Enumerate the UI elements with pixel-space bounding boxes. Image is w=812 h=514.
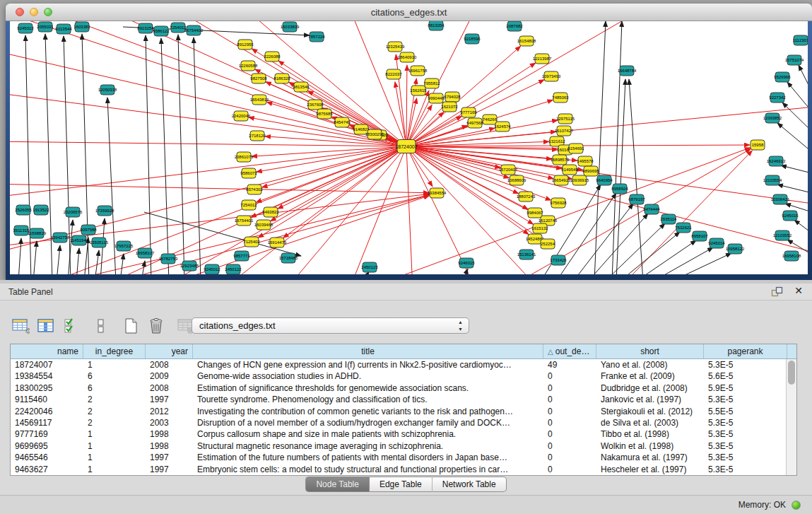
network-node[interactable]: 2450123 (361, 262, 378, 272)
network-node[interactable]: 2935114 (661, 214, 678, 224)
network-edge-black[interactable] (178, 35, 184, 274)
network-node[interactable]: 7254012 (240, 200, 257, 210)
table-row[interactable]: 1938455462009Genome-wide association stu… (11, 370, 796, 382)
network-node[interactable]: 15720407 (499, 165, 518, 175)
create-column-icon[interactable] (120, 315, 141, 337)
network-node[interactable]: 12213987 (533, 54, 552, 64)
network-node[interactable]: 13505115 (90, 238, 109, 247)
network-node[interactable]: 12393852 (763, 113, 782, 123)
network-node[interactable]: 18724007 (395, 140, 417, 153)
network-node[interactable]: 17359928 (95, 206, 114, 216)
network-node[interactable]: 2055031 (37, 22, 54, 32)
network-node[interactable]: 7125402 (243, 237, 260, 247)
network-edge-black[interactable] (612, 21, 622, 274)
table-row[interactable]: 946362711997Embryonic stem cells: a mode… (11, 464, 796, 475)
network-edge-black[interactable] (636, 240, 696, 274)
network-node[interactable]: 18300295 (365, 129, 384, 139)
network-node[interactable]: 9899695 (582, 166, 599, 176)
column-header-out_de[interactable]: △out_de… (543, 344, 596, 358)
network-node[interactable]: 1621072 (441, 102, 458, 112)
network-node[interactable]: 7632621 (675, 223, 692, 233)
network-node[interactable]: 8574302 (246, 185, 263, 194)
network-node[interactable]: 7955812 (423, 78, 440, 88)
network-node[interactable]: 20206576 (64, 207, 83, 217)
network-node[interactable]: 15958 (751, 140, 765, 150)
network-node[interactable]: 16154808 (517, 36, 536, 46)
node-table[interactable]: namein_degreeyeartitle△out_de…shortpager… (10, 344, 797, 476)
table-row[interactable]: 1456911722003Disruption of a novel membe… (11, 417, 796, 428)
network-node[interactable]: 9493822 (262, 207, 279, 217)
network-node[interactable]: 12260588 (239, 61, 258, 71)
network-node[interactable]: 8913254 (137, 23, 154, 33)
network-node[interactable]: 20861073 (235, 152, 254, 162)
column-header-in_degree[interactable]: in_degree (83, 344, 146, 358)
network-node[interactable]: 7485063 (552, 93, 569, 103)
network-edge-black[interactable] (781, 165, 808, 173)
network-node[interactable]: 16107427 (555, 126, 574, 136)
network-edge-red[interactable] (406, 98, 417, 146)
network-edge-red[interactable] (396, 54, 406, 146)
network-edge-red[interactable] (10, 49, 406, 146)
table-row[interactable]: 946554611997Estimation of the future num… (11, 452, 796, 463)
network-edge-red[interactable] (618, 151, 752, 274)
network-edge-black[interactable] (629, 79, 643, 274)
network-node[interactable]: 9640954 (596, 175, 613, 185)
network-node[interactable]: 16246913 (767, 156, 786, 166)
network-node[interactable]: 9777169 (460, 107, 477, 117)
network-node[interactable]: 8813054 (428, 21, 445, 30)
network-node[interactable]: 9857771 (233, 251, 250, 261)
network-edge-black[interactable] (653, 247, 713, 274)
network-node[interactable]: 2718120 (249, 131, 266, 141)
network-node[interactable]: 9529966 (774, 72, 791, 82)
table-row[interactable]: 911546021997Tourette syndrome. Phenomeno… (11, 394, 796, 405)
tab-edge-table[interactable]: Edge Table (369, 477, 432, 492)
column-header-name[interactable]: name (11, 344, 83, 358)
network-node[interactable]: 9218596 (464, 34, 481, 44)
network-canvas[interactable]: 8912955222608812260588982750881863289813… (10, 21, 808, 274)
column-header-pagerank[interactable]: pagerank (704, 344, 787, 358)
network-node[interactable]: 9097588 (80, 225, 97, 235)
network-node[interactable]: 16648784 (618, 66, 637, 76)
network-node[interactable]: 9313544 (55, 24, 72, 34)
select-all-check-icon[interactable] (61, 315, 82, 337)
citation-network-graph[interactable]: 8912955222608812260588982750881863289813… (10, 21, 808, 274)
network-node[interactable]: 8958924 (611, 184, 628, 194)
network-node[interactable]: 1495578 (577, 156, 594, 166)
network-node[interactable]: 16039468 (254, 220, 273, 230)
network-node[interactable]: 9586073 (240, 168, 257, 178)
network-node[interactable]: 6879197 (628, 194, 645, 204)
network-node[interactable]: 2226088 (264, 52, 281, 62)
network-node[interactable]: 9827508 (250, 74, 267, 83)
network-node[interactable]: 16543812 (250, 95, 269, 105)
network-node[interactable]: 16754402 (184, 25, 204, 35)
table-selector-dropdown[interactable]: citations_edges.txt ▲▼ (192, 317, 469, 334)
network-node[interactable]: 9474444 (643, 204, 660, 214)
network-edge-black[interactable] (671, 253, 731, 274)
network-edge-black[interactable] (120, 254, 124, 274)
network-node[interactable]: 1913522 (33, 205, 49, 215)
network-node[interactable]: 9813546 (293, 82, 310, 92)
network-node[interactable]: 1603381 (73, 22, 90, 32)
network-edge-black[interactable] (76, 248, 79, 274)
network-node[interactable]: 12975115 (556, 114, 575, 124)
vertical-scrollbar[interactable] (786, 359, 796, 475)
network-node[interactable]: 12103554 (763, 175, 782, 185)
network-node[interactable]: 8912955 (237, 40, 254, 49)
network-node[interactable]: 9227342 (769, 93, 786, 103)
network-edge-black[interactable] (777, 185, 808, 193)
network-node[interactable]: 13942757 (51, 233, 70, 243)
network-node[interactable]: 8186328 (273, 74, 290, 83)
network-node[interactable]: 11451944 (70, 235, 89, 245)
network-edge-black[interactable] (25, 35, 31, 274)
network-node[interactable]: 10306421 (771, 194, 790, 204)
network-node[interactable]: 16958108 (782, 251, 801, 261)
network-node[interactable]: 9245015 (782, 211, 799, 221)
network-edge-red[interactable] (395, 82, 406, 146)
table-row[interactable]: 1830029562008Estimation of significance … (11, 382, 796, 394)
network-edge-black[interactable] (777, 123, 808, 152)
network-edge-red[interactable] (286, 146, 406, 274)
network-node[interactable]: 19384554 (428, 188, 447, 198)
scrollbar-thumb[interactable] (788, 361, 795, 385)
network-node[interactable]: 9875685 (316, 109, 333, 119)
network-node[interactable]: 1562615 (410, 86, 427, 95)
